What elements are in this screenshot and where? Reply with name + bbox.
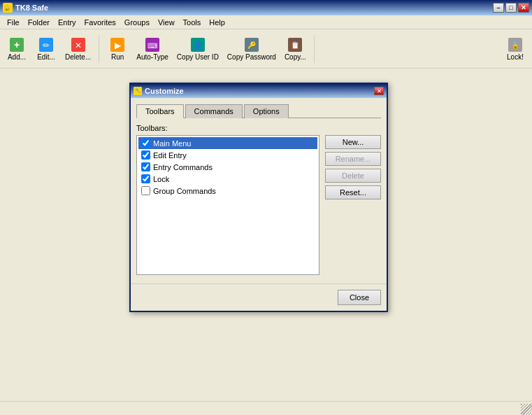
menu-tools[interactable]: Tools: [179, 17, 206, 28]
new-toolbar-button[interactable]: New...: [325, 135, 381, 149]
svg-text:+: +: [14, 39, 20, 50]
main-content: 🔧 Customize ✕ Toolbars Commands Options …: [0, 69, 532, 401]
buttons-panel: New... Rename... Delete Reset...: [325, 135, 381, 275]
close-button[interactable]: ✕: [518, 3, 529, 13]
title-bar: 🔐 TK8 Safe – □ ✕: [0, 0, 532, 15]
toolbar-copyuser-button[interactable]: 👤 Copy User ID: [173, 32, 222, 66]
menu-file[interactable]: File: [3, 17, 24, 28]
list-item-entry-commands[interactable]: Entry Commands: [138, 161, 317, 173]
svg-text:👤: 👤: [194, 41, 203, 50]
maximize-button[interactable]: □: [505, 3, 517, 13]
dialog-close-icon-button[interactable]: ✕: [374, 87, 384, 95]
toolbars-section-label: Toolbars:: [136, 124, 381, 132]
checkbox-group-commands[interactable]: [141, 186, 150, 195]
list-item-edit-entry[interactable]: Edit Entry: [138, 149, 317, 161]
svg-text:⌨: ⌨: [148, 42, 157, 50]
tab-commands[interactable]: Commands: [185, 104, 243, 118]
toolbar-copy-label: Copy...: [285, 53, 306, 61]
window-controls: – □ ✕: [493, 3, 529, 13]
toolbar-edit-label: Edit...: [37, 53, 55, 61]
edit-icon: ✏: [38, 36, 55, 53]
run-icon: ▶: [109, 36, 126, 53]
toolbar-edit-button[interactable]: ✏ Edit...: [32, 32, 60, 66]
menu-groups[interactable]: Groups: [120, 17, 154, 28]
dialog-overlay: 🔧 Customize ✕ Toolbars Commands Options …: [0, 69, 532, 401]
dialog-title-bar: 🔧 Customize ✕: [131, 84, 387, 98]
menu-favorites[interactable]: Favorites: [80, 17, 120, 28]
autotype-icon: ⌨: [144, 36, 161, 53]
list-item-group-commands[interactable]: Group Commands: [138, 185, 317, 197]
add-icon: +: [8, 36, 25, 53]
tab-toolbars[interactable]: Toolbars: [136, 104, 184, 118]
menu-entry[interactable]: Entry: [54, 17, 80, 28]
main-toolbar: + Add... ✏ Edit... ✕ Delete... ▶ Run ⌨ A…: [0, 29, 532, 69]
toolbar-add-label: Add...: [8, 53, 26, 61]
checkbox-lock[interactable]: [141, 174, 150, 183]
svg-text:🔑: 🔑: [247, 41, 257, 50]
checkbox-main-menu[interactable]: [141, 139, 150, 148]
svg-text:▶: ▶: [115, 41, 122, 50]
toolbar-delete-label: Delete...: [65, 53, 91, 61]
toolbar-copy-button[interactable]: 📋 Copy...: [281, 32, 310, 66]
delete-toolbar-button[interactable]: Delete: [325, 169, 381, 183]
list-item-main-menu[interactable]: Main Menu: [138, 137, 317, 149]
list-item-entry-commands-label: Entry Commands: [153, 163, 213, 171]
status-bar: [0, 401, 532, 415]
customize-dialog: 🔧 Customize ✕ Toolbars Commands Options …: [129, 83, 388, 312]
toolbar-lock-label: Lock!: [507, 53, 524, 61]
toolbar-delete-button[interactable]: ✕ Delete...: [62, 32, 94, 66]
toolbar-copyuser-label: Copy User ID: [177, 53, 219, 61]
toolbar-autotype-button[interactable]: ⌨ Auto-Type: [133, 32, 172, 66]
toolbar-separator-1: [99, 35, 99, 63]
toolbar-copypass-label: Copy Password: [227, 53, 276, 61]
svg-text:🔒: 🔒: [511, 41, 520, 50]
toolbar-add-button[interactable]: + Add...: [3, 32, 31, 66]
toolbar-autotype-label: Auto-Type: [136, 53, 168, 61]
lock-icon: 🔒: [507, 36, 524, 53]
copy-icon: 📋: [287, 36, 303, 53]
list-item-group-commands-label: Group Commands: [153, 187, 216, 195]
svg-text:📋: 📋: [291, 41, 300, 50]
svg-text:✕: ✕: [75, 41, 82, 50]
list-item-lock-label: Lock: [153, 175, 169, 183]
list-item-edit-entry-label: Edit Entry: [153, 151, 187, 160]
dialog-title-icon: 🔧: [134, 87, 142, 95]
checkbox-edit-entry[interactable]: [141, 150, 150, 160]
delete-icon: ✕: [70, 36, 87, 53]
resize-grip: [521, 404, 532, 415]
copypass-icon: 🔑: [243, 36, 260, 53]
list-item-main-menu-label: Main Menu: [153, 139, 191, 148]
copyuser-icon: 👤: [189, 36, 206, 53]
toolbar-separator-2: [314, 35, 315, 63]
minimize-button[interactable]: –: [493, 3, 504, 13]
toolbars-panel: Main Menu Edit Entry Entry Commands: [136, 135, 381, 275]
reset-toolbar-button[interactable]: Reset...: [325, 185, 381, 199]
menu-help[interactable]: Help: [205, 17, 229, 28]
app-icon: 🔐: [3, 3, 13, 13]
tab-options[interactable]: Options: [244, 104, 289, 118]
svg-text:✏: ✏: [43, 41, 50, 50]
toolbar-run-button[interactable]: ▶ Run: [103, 32, 131, 66]
menu-view[interactable]: View: [154, 17, 179, 28]
rename-toolbar-button[interactable]: Rename...: [325, 152, 381, 166]
toolbar-copypass-button[interactable]: 🔑 Copy Password: [224, 32, 280, 66]
toolbar-lock-button[interactable]: 🔒 Lock!: [501, 32, 529, 66]
toolbar-run-label: Run: [111, 53, 124, 61]
window-title: TK8 Safe: [15, 3, 493, 12]
dialog-tabs: Toolbars Commands Options: [136, 104, 381, 118]
dialog-body: Toolbars Commands Options Toolbars: Main…: [131, 98, 387, 281]
menu-folder[interactable]: Folder: [24, 17, 54, 28]
checkbox-entry-commands[interactable]: [141, 162, 150, 171]
close-dialog-button[interactable]: Close: [338, 290, 381, 305]
list-item-lock[interactable]: Lock: [138, 173, 317, 185]
toolbars-list: Main Menu Edit Entry Entry Commands: [136, 135, 319, 275]
dialog-footer: Close: [131, 283, 387, 311]
menu-bar: File Folder Entry Favorites Groups View …: [0, 15, 532, 29]
dialog-title-text: Customize: [145, 87, 374, 95]
